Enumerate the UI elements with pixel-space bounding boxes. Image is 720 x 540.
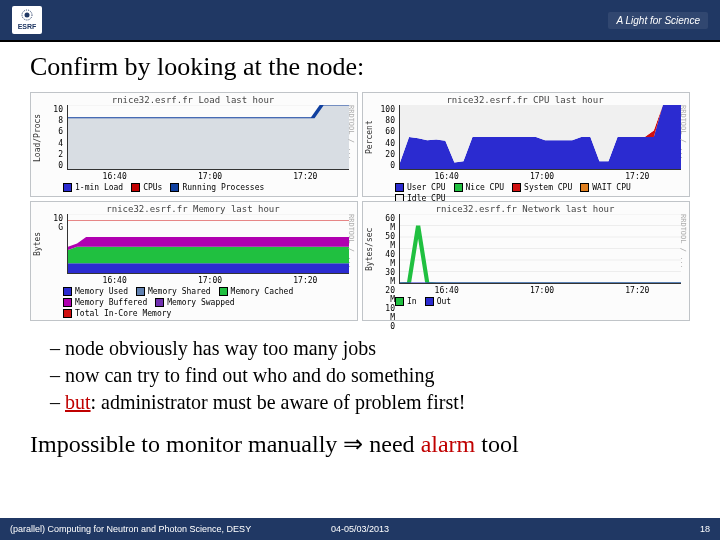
- but-text: but: [65, 391, 91, 413]
- chart-ylabel: Bytes: [33, 214, 45, 274]
- legend-item: Total In-Core Memory: [63, 309, 171, 318]
- chart-svg: [400, 105, 681, 169]
- bullet: node obviously has way too many jobs: [50, 335, 690, 362]
- legend-item: Nice CPU: [454, 183, 505, 192]
- chart-yticks: 1086420: [45, 105, 65, 170]
- header-bar: ESRF A Light for Science: [0, 0, 720, 40]
- legend-item: System CPU: [512, 183, 572, 192]
- tagline: A Light for Science: [608, 12, 708, 29]
- page-title: Confirm by looking at the node:: [30, 52, 690, 82]
- chart-title: rnice32.esrf.fr Memory last hour: [33, 204, 353, 214]
- esrf-logo: ESRF: [12, 6, 42, 34]
- legend-item: Memory Cached: [219, 287, 294, 296]
- legend-item: WAIT CPU: [580, 183, 631, 192]
- svg-text:ESRF: ESRF: [18, 23, 37, 30]
- watermark: RRDTOOL / ...: [679, 214, 687, 269]
- chart-title: rnice32.esrf.fr Network last hour: [365, 204, 685, 214]
- chart-ylabel: Percent: [365, 105, 377, 170]
- charts-grid: rnice32.esrf.fr Load last hour Load/Proc…: [30, 92, 690, 321]
- esrf-logo-icon: ESRF: [15, 9, 39, 31]
- chart-legend: InOut: [365, 295, 685, 308]
- bullet: but: administrator must be aware of prob…: [50, 389, 690, 416]
- chart-title: rnice32.esrf.fr CPU last hour: [365, 95, 685, 105]
- chart-xticks: 16:4017:0017:20: [399, 286, 685, 295]
- alarm-word: alarm: [421, 431, 476, 457]
- chart-cpu: rnice32.esrf.fr CPU last hour Percent 10…: [362, 92, 690, 197]
- chart-svg: [68, 214, 349, 273]
- watermark: RRDTOOL / ...: [347, 214, 355, 269]
- svg-point-1: [25, 13, 30, 18]
- footer-bar: (parallel) Computing for Neutron and Pho…: [0, 518, 720, 540]
- chart-plot: 100806040200: [377, 105, 685, 170]
- legend-item: Running Processes: [170, 183, 264, 192]
- watermark: RRDTOOL / ...: [679, 105, 687, 160]
- chart-yticks: 100806040200: [377, 105, 397, 170]
- chart-xticks: 16:4017:0017:20: [67, 276, 353, 285]
- legend-item: Memory Swapped: [155, 298, 234, 307]
- chart-plot: 60 M50 M40 M30 M20 M10 M0: [377, 214, 685, 284]
- legend-item: 1-min Load: [63, 183, 123, 192]
- conclusion-c: tool: [475, 431, 518, 457]
- legend-item: Out: [425, 297, 451, 306]
- chart-xticks: 16:4017:0017:20: [399, 172, 685, 181]
- chart-memory: rnice32.esrf.fr Memory last hour Bytes 1…: [30, 201, 358, 321]
- watermark: RRDTOOL / ...: [347, 105, 355, 160]
- legend-item: In: [395, 297, 417, 306]
- chart-title: rnice32.esrf.fr Load last hour: [33, 95, 353, 105]
- chart-yticks: 10 G: [45, 214, 65, 274]
- chart-svg: [68, 105, 349, 169]
- chart-xticks: 16:4017:0017:20: [67, 172, 353, 181]
- legend-item: User CPU: [395, 183, 446, 192]
- footer-left: (parallel) Computing for Neutron and Pho…: [10, 524, 251, 534]
- footer-page: 18: [700, 524, 710, 534]
- slide-content: Confirm by looking at the node: rnice32.…: [0, 42, 720, 518]
- conclusion: Impossible to monitor manually ⇒ need al…: [30, 430, 690, 458]
- chart-yticks: 60 M50 M40 M30 M20 M10 M0: [377, 214, 397, 284]
- bullet: now can try to find out who and do somet…: [50, 362, 690, 389]
- chart-legend: 1-min LoadCPUsRunning Processes: [33, 181, 353, 194]
- legend-item: CPUs: [131, 183, 162, 192]
- conclusion-a: Impossible to monitor manually: [30, 431, 343, 457]
- chart-svg: [400, 214, 681, 283]
- bullet-rest: : administrator must be aware of problem…: [91, 391, 466, 413]
- conclusion-b: need: [363, 431, 420, 457]
- chart-ylabel: Bytes/sec: [365, 214, 377, 284]
- chart-network: rnice32.esrf.fr Network last hour Bytes/…: [362, 201, 690, 321]
- legend-item: Memory Shared: [136, 287, 211, 296]
- chart-plot: 1086420: [45, 105, 353, 170]
- legend-item: Memory Used: [63, 287, 128, 296]
- footer-date: 04-05/03/2013: [331, 524, 389, 534]
- chart-legend: Memory UsedMemory SharedMemory CachedMem…: [33, 285, 353, 320]
- chart-plot: 10 G: [45, 214, 353, 274]
- legend-item: Memory Buffered: [63, 298, 147, 307]
- chart-load: rnice32.esrf.fr Load last hour Load/Proc…: [30, 92, 358, 197]
- chart-ylabel: Load/Procs: [33, 105, 45, 170]
- bullets: node obviously has way too many jobs now…: [30, 335, 690, 416]
- arrow-icon: ⇒: [343, 431, 363, 457]
